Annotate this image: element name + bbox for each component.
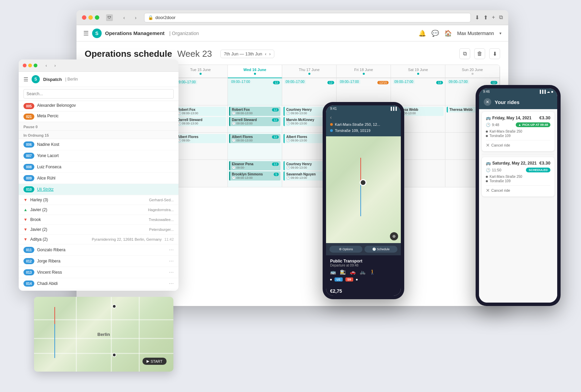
browser-nav: ‹ › (120, 13, 140, 22)
phone1-locate-btn[interactable]: ⊕ (390, 232, 398, 240)
prev-week-btn[interactable]: ‹ (265, 51, 266, 56)
phone1-schedule-btn[interactable]: 🕐 Schedule (364, 246, 397, 253)
map-marker-dest (112, 353, 116, 357)
agent-vincent[interactable]: 013 Vincent Riess ⋯ (19, 267, 178, 278)
url-bar[interactable]: 🔒 door2door (144, 13, 471, 22)
dispatch-back[interactable]: ‹ (43, 62, 50, 69)
url-text: door2door (155, 15, 175, 20)
phone1-time: 9:41 (330, 107, 337, 110)
line-u1: U1 (335, 277, 343, 282)
issue-aditya[interactable]: ▼ Aditya (2) Pyramidenring 22, 12681 Ber… (19, 235, 178, 244)
ber01-tue: Robert Fox 🕐 09:00-13:00 Darrell Steward… (173, 105, 228, 133)
dispatch-minimize[interactable] (28, 64, 32, 67)
phone1-options-btn[interactable]: ⚙ Options (329, 246, 362, 253)
app-header-left: ☰ S Operations Management | Organization (83, 29, 414, 38)
info-icon: ▲ (23, 207, 28, 212)
event-robert-wed[interactable]: Robert Fox 12 🕐 09:00-13:00 (229, 107, 280, 116)
alert-meta[interactable]: 021 Meta Percic (19, 112, 178, 122)
ber01-tue-time: 09:00–17:00 (173, 78, 228, 105)
dispatch-search-input[interactable] (23, 89, 174, 99)
dispatch-forward[interactable]: › (52, 62, 58, 69)
event-brooklyn-wed[interactable]: Brooklyn Simmons 5 🕐 09:00-13:00 (229, 171, 280, 181)
event-eleanor-wed[interactable]: Eleanor Pena 12 🕐 09:00- (229, 161, 280, 170)
agent-chadi[interactable]: 014 Chadi Abidi ⋯ (19, 278, 178, 289)
train-icon: 🚉 (340, 269, 346, 275)
warning-icon2: ▼ (23, 217, 28, 222)
phone2: 9:46 ▐▐▐ ☁ ■ ✕ Your rides 🚌 Friday, May … (476, 85, 561, 306)
walk-icon: 🚶 (370, 269, 375, 275)
chat-icon[interactable]: 💬 (431, 30, 439, 37)
alert-name-1: Alexander Belonogov (37, 103, 76, 109)
plus-icon[interactable]: + (492, 14, 495, 21)
browser-tab-area: 🛡 (106, 14, 113, 21)
badge-005: 005 (23, 103, 34, 109)
ride1-date: 🚌 Friday, May 14, 2021 (486, 116, 531, 120)
car-icon: 🚗 (350, 269, 356, 275)
dispatch-logo: S (32, 75, 40, 83)
agent-gonzalo[interactable]: 011 Gonzalo Ribera ⋯ (19, 244, 178, 256)
download-icon[interactable]: ⬇ (475, 14, 479, 21)
event-robert-tue[interactable]: Robert Fox 🕐 09:00-13:00 (175, 107, 226, 116)
forward-button[interactable]: › (131, 13, 140, 22)
agent-alice[interactable]: 009 Alice Rühl (19, 173, 178, 184)
tabs-icon[interactable]: ⧉ (499, 14, 503, 21)
issue-brook[interactable]: ▼ Brook Treskowallee... (19, 215, 178, 225)
ber01-thu-time: 09:00–17:00 12 (282, 78, 337, 105)
copy-button[interactable]: ⧉ (459, 48, 470, 59)
agent-jorge[interactable]: 012 Jorge Ribera ⋯ (19, 256, 178, 267)
dots-menu-1[interactable]: ⋯ (169, 247, 174, 253)
agent-luiz[interactable]: 008 Luiz Fonseca (19, 161, 178, 173)
delete-button[interactable]: 🗑 (474, 48, 485, 59)
phone1-back-btn[interactable]: ‹ (330, 115, 332, 120)
date-range-selector[interactable]: 7th Jun — 13th Jun ‹ › (220, 50, 274, 58)
pause-section: Pause 0 (19, 122, 178, 131)
next-week-btn[interactable]: › (269, 51, 271, 56)
ride-card-1[interactable]: 🚌 Friday, May 14, 2021 €3.30 🕐 9:48 ▲ PI… (482, 112, 554, 151)
issue-harley[interactable]: ▼ Harley (3) Gerhard-Sed... (19, 195, 178, 205)
ride-card-2[interactable]: 🚌 Saturday, May 22, 2021 €3.30 🕐 11:50 S… (482, 157, 554, 197)
dispatch-traffic-lights (23, 64, 37, 67)
agent-nadine[interactable]: 006 Nadine Kost (19, 139, 178, 150)
dots-menu-4[interactable]: ⋯ (169, 281, 174, 286)
user-name[interactable]: Max Mustermann (457, 31, 494, 36)
app-logo: S (92, 29, 102, 38)
ride1-route: Karl-Marx-Straße 250 Torstraße 109 (486, 129, 550, 138)
user-menu-chevron[interactable]: ▾ (499, 31, 501, 36)
transport-title: Public Transport (330, 259, 397, 263)
maximize-button[interactable] (95, 15, 99, 20)
phone1-transport: Public Transport Departure at 09:48 🚌 🚉 … (326, 255, 401, 286)
dispatch-menu-icon[interactable]: ☰ (23, 76, 28, 83)
map-berlin-label: Berlin (98, 332, 110, 337)
alert-alexander[interactable]: 005 Alexander Belonogov (19, 101, 178, 112)
map-start-button[interactable]: ▶ START (142, 358, 167, 365)
bus-icon-2: 🚌 (486, 161, 491, 166)
tab-icon: 🛡 (106, 14, 113, 21)
dispatch-close[interactable] (23, 64, 27, 67)
share-icon[interactable]: ⬆ (483, 14, 488, 21)
phone2-close-btn[interactable]: ✕ (484, 98, 491, 106)
dispatch-maximize[interactable] (34, 64, 37, 67)
ride2-time-row: 🕐 11:50 SCHEDULED (486, 168, 550, 172)
dispatch-header: ☰ S Dispatch | Berlin (19, 72, 178, 87)
close-button[interactable] (82, 15, 86, 20)
event-darrell-wed[interactable]: Darrell Steward 12 🕐 09:00-13:00 (229, 117, 280, 126)
home-icon[interactable]: 🏠 (444, 30, 452, 37)
event-darrell-tue[interactable]: Darrell Steward 🕐 09:00-13:00 (175, 117, 226, 126)
agent-uli[interactable]: 010 Uli Strötz (19, 184, 178, 195)
ride1-cancel-btn[interactable]: ✕ Cancel ride (486, 140, 550, 148)
event-albert-wed[interactable]: Albert Flores 12 🕐 09:00-13:00 (229, 134, 280, 143)
dots-menu-2[interactable]: ⋯ (169, 258, 174, 264)
ride2-price: €3.30 (539, 160, 550, 166)
hamburger-icon[interactable]: ☰ (83, 30, 89, 37)
agent-yone[interactable]: 007 Yone Lacort (19, 150, 178, 161)
bell-icon[interactable]: 🔔 (418, 30, 426, 37)
minimize-button[interactable] (88, 15, 93, 20)
dispatch-panel: ‹ › ☰ S Dispatch | Berlin 005 Alexander … (19, 59, 178, 291)
export-button[interactable]: ⬇ (489, 48, 500, 59)
event-albert-tue[interactable]: Albert Flores 🕐 09:00- (175, 134, 226, 143)
dots-menu-3[interactable]: ⋯ (169, 270, 174, 275)
issue-javier1[interactable]: ▲ Javier (2) Hagedornstra... (19, 205, 178, 215)
ride2-cancel-btn[interactable]: ✕ Cancel ride (486, 185, 550, 193)
back-button[interactable]: ‹ (120, 13, 129, 22)
issue-javier2[interactable]: ▼ Javier (2) Petersburger... (19, 225, 178, 235)
